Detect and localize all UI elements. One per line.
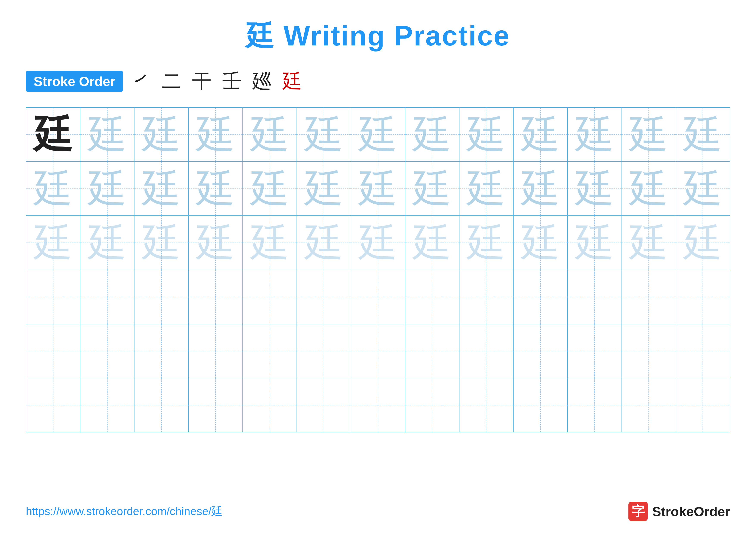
grid-cell[interactable] [243, 270, 297, 324]
practice-char: 廷 [196, 223, 235, 262]
stroke-steps: ㇒ 二 干 壬 廵 廷 [132, 68, 302, 94]
grid-cell[interactable] [26, 378, 80, 432]
grid-cell[interactable]: 廷 [80, 216, 134, 269]
grid-cell[interactable] [189, 270, 243, 324]
grid-cell[interactable]: 廷 [243, 162, 297, 216]
grid-cell[interactable] [26, 270, 80, 324]
grid-cell[interactable]: 廷 [26, 162, 80, 216]
grid-cell[interactable]: 廷 [297, 216, 351, 269]
grid-cell[interactable] [405, 324, 459, 378]
stroke-order-badge: Stroke Order [26, 71, 123, 92]
grid-cell[interactable] [243, 378, 297, 432]
grid-cell[interactable]: 廷 [676, 108, 730, 161]
grid-cell[interactable]: 廷 [26, 108, 80, 161]
practice-char: 廷 [305, 115, 343, 154]
grid-cell[interactable] [568, 270, 622, 324]
grid-cell[interactable]: 廷 [351, 162, 405, 216]
footer-url[interactable]: https://www.strokeorder.com/chinese/廷 [26, 504, 223, 519]
grid-cell[interactable]: 廷 [676, 162, 730, 216]
grid-cell[interactable]: 廷 [80, 162, 134, 216]
grid-cell[interactable] [459, 378, 514, 432]
grid-cell[interactable] [676, 270, 730, 324]
footer: https://www.strokeorder.com/chinese/廷 字 … [26, 502, 730, 521]
grid-cell[interactable]: 廷 [622, 216, 676, 269]
grid-cell[interactable]: 廷 [459, 162, 514, 216]
grid-cell[interactable]: 廷 [459, 108, 514, 161]
grid-cell[interactable]: 廷 [405, 108, 459, 161]
practice-char: 廷 [196, 169, 235, 208]
grid-cell[interactable]: 廷 [622, 108, 676, 161]
grid-cell[interactable] [351, 324, 405, 378]
brand-icon: 字 [629, 502, 648, 521]
grid-cell[interactable]: 廷 [134, 216, 189, 269]
grid-cell[interactable] [676, 378, 730, 432]
grid-cell[interactable]: 廷 [189, 108, 243, 161]
grid-cell[interactable] [622, 324, 676, 378]
grid-cell[interactable]: 廷 [405, 162, 459, 216]
grid-cell[interactable]: 廷 [243, 108, 297, 161]
grid-cell[interactable] [622, 270, 676, 324]
grid-cell[interactable]: 廷 [297, 108, 351, 161]
grid-cell[interactable]: 廷 [514, 108, 568, 161]
grid-cell[interactable]: 廷 [189, 162, 243, 216]
grid-row: 廷廷廷廷廷廷廷廷廷廷廷廷廷 [26, 216, 730, 270]
grid-cell[interactable] [189, 378, 243, 432]
grid-cell[interactable] [297, 324, 351, 378]
grid-cell[interactable]: 廷 [26, 216, 80, 269]
stroke-step-2: 二 [162, 68, 181, 94]
practice-char: 廷 [34, 169, 73, 208]
grid-cell[interactable]: 廷 [568, 216, 622, 269]
grid-cell[interactable] [134, 324, 189, 378]
stroke-step-3: 干 [192, 68, 211, 94]
grid-cell[interactable] [351, 378, 405, 432]
grid-cell[interactable]: 廷 [622, 162, 676, 216]
practice-char: 廷 [575, 115, 614, 154]
grid-cell[interactable] [568, 324, 622, 378]
grid-cell[interactable] [622, 378, 676, 432]
grid-cell[interactable] [80, 324, 134, 378]
grid-cell[interactable] [459, 324, 514, 378]
grid-cell[interactable]: 廷 [80, 108, 134, 161]
grid-cell[interactable] [80, 270, 134, 324]
writing-grid[interactable]: 廷廷廷廷廷廷廷廷廷廷廷廷廷廷廷廷廷廷廷廷廷廷廷廷廷廷廷廷廷廷廷廷廷廷廷廷廷廷廷 [26, 107, 730, 432]
grid-cell[interactable]: 廷 [514, 216, 568, 269]
practice-char: 廷 [305, 169, 343, 208]
grid-cell[interactable]: 廷 [243, 216, 297, 269]
practice-char: 廷 [305, 223, 343, 262]
grid-cell[interactable]: 廷 [405, 216, 459, 269]
grid-cell[interactable] [80, 378, 134, 432]
grid-cell[interactable] [26, 324, 80, 378]
grid-cell[interactable]: 廷 [568, 108, 622, 161]
page-title: 廷 Writing Practice [246, 17, 510, 55]
grid-cell[interactable]: 廷 [351, 108, 405, 161]
grid-cell[interactable]: 廷 [351, 216, 405, 269]
grid-cell[interactable] [459, 270, 514, 324]
grid-cell[interactable] [189, 324, 243, 378]
grid-cell[interactable]: 廷 [134, 108, 189, 161]
grid-cell[interactable] [514, 378, 568, 432]
grid-cell[interactable] [405, 378, 459, 432]
grid-cell[interactable] [568, 378, 622, 432]
grid-row [26, 378, 730, 432]
grid-cell[interactable] [514, 270, 568, 324]
grid-cell[interactable] [243, 324, 297, 378]
grid-cell[interactable]: 廷 [514, 162, 568, 216]
grid-cell[interactable] [351, 270, 405, 324]
grid-cell[interactable]: 廷 [459, 216, 514, 269]
grid-cell[interactable] [676, 324, 730, 378]
grid-cell[interactable]: 廷 [676, 216, 730, 269]
grid-cell[interactable] [134, 270, 189, 324]
practice-char: 廷 [34, 223, 73, 262]
grid-cell[interactable] [134, 378, 189, 432]
grid-cell[interactable] [297, 378, 351, 432]
page: 廷 Writing Practice Stroke Order ㇒ 二 干 壬 … [0, 0, 756, 534]
grid-cell[interactable] [514, 324, 568, 378]
grid-cell[interactable] [297, 270, 351, 324]
grid-cell[interactable]: 廷 [189, 216, 243, 269]
practice-char: 廷 [467, 223, 505, 262]
grid-cell[interactable]: 廷 [134, 162, 189, 216]
grid-cell[interactable]: 廷 [568, 162, 622, 216]
grid-cell[interactable] [405, 270, 459, 324]
grid-cell[interactable]: 廷 [297, 162, 351, 216]
practice-char: 廷 [413, 223, 451, 262]
